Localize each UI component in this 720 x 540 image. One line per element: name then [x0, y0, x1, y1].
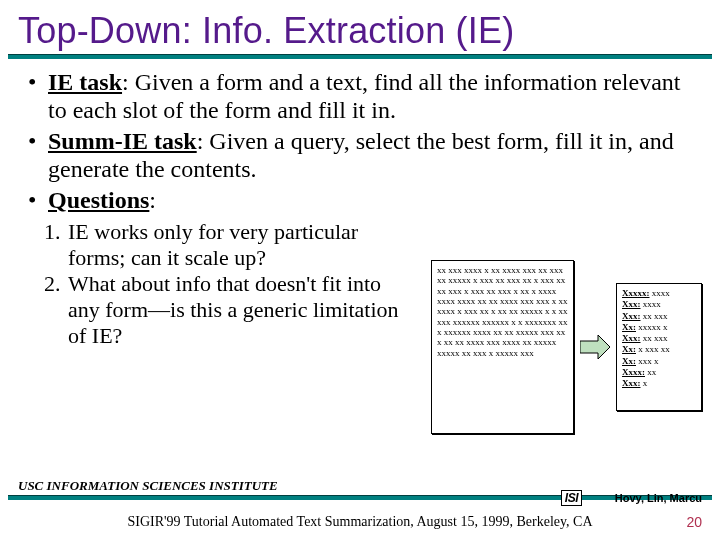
bullet-term: IE task [48, 69, 122, 95]
footer-authors: Hovy, Lin, Marcu [615, 492, 702, 504]
arrow-right-icon [580, 335, 610, 359]
form-row: Xx: xxx x [622, 356, 696, 367]
footer-divider: ISI [8, 495, 712, 500]
footer-caption: SIGIR'99 Tutorial Automated Text Summari… [0, 514, 720, 530]
page-number: 20 [686, 514, 702, 530]
form-row: Xxx: xx xxx [622, 311, 696, 322]
slide: Top-Down: Info. Extraction (IE) IE task:… [0, 0, 720, 540]
form-template-box: Xxxxx: xxxx Xxx: xxxx Xxx: xx xxx Xx: xx… [616, 283, 702, 411]
form-row: Xx: xxxxx x [622, 322, 696, 333]
bullet-item: Summ-IE task: Given a query, select the … [28, 128, 692, 183]
slide-title: Top-Down: Info. Extraction (IE) [0, 0, 720, 54]
svg-marker-0 [580, 335, 610, 359]
form-row: Xxx: xx xxx [622, 333, 696, 344]
bullet-item: IE task: Given a form and a text, find a… [28, 69, 692, 124]
bullet-text: : [149, 187, 156, 213]
numbered-item: What about info that doesn't fit into an… [66, 271, 406, 349]
bullet-item: Questions: [28, 187, 692, 215]
isi-logo: ISI [561, 490, 582, 506]
bullet-list: IE task: Given a form and a text, find a… [28, 69, 692, 215]
side-diagram: xx xxx xxxx x xx xxxx xxx xx xxx xx xxxx… [431, 260, 702, 434]
source-document-box: xx xxx xxxx x xx xxxx xxx xx xxx xx xxxx… [431, 260, 574, 434]
footer-institute: USC INFORMATION SCIENCES INSTITUTE [18, 478, 278, 493]
numbered-list: IE works only for very particular forms;… [66, 219, 406, 349]
form-row: Xxxx: xx [622, 367, 696, 378]
bullet-term: Summ-IE task [48, 128, 197, 154]
footer-bar: USC INFORMATION SCIENCES INSTITUTE ISI [0, 476, 720, 500]
bullet-term: Questions [48, 187, 149, 213]
form-row: Xxx: x [622, 378, 696, 389]
bullet-text: : Given a form and a text, find all the … [48, 69, 681, 123]
form-row: Xx: x xxx xx [622, 344, 696, 355]
form-row: Xxx: xxxx [622, 299, 696, 310]
form-row: Xxxxx: xxxx [622, 288, 696, 299]
numbered-item: IE works only for very particular forms;… [66, 219, 406, 271]
